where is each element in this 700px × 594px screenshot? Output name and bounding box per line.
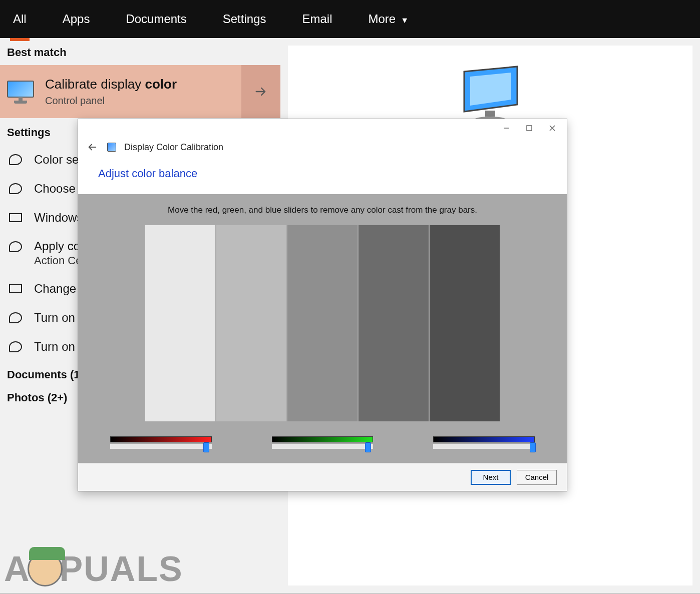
close-button[interactable] <box>541 121 564 136</box>
best-match-main[interactable]: Calibrate display color Control panel <box>0 65 241 118</box>
cancel-button[interactable]: Cancel <box>517 470 557 485</box>
blue-gradient-icon <box>433 436 535 442</box>
dialog-step-heading: Adjust color balance <box>78 160 567 194</box>
tab-email[interactable]: Email <box>299 3 335 35</box>
blue-slider[interactable] <box>433 436 535 449</box>
gray-bar-1 <box>145 225 215 421</box>
back-button[interactable] <box>85 140 99 154</box>
green-slider-track[interactable] <box>272 444 374 449</box>
green-gradient-icon <box>272 436 374 442</box>
best-match-header: Best match <box>0 38 280 65</box>
instruction-text: Move the red, green, and blue sliders to… <box>90 205 555 215</box>
green-slider[interactable] <box>272 436 374 449</box>
svg-rect-5 <box>527 126 532 131</box>
rgb-sliders <box>90 421 555 454</box>
tab-documents[interactable]: Documents <box>123 3 189 35</box>
display-icon <box>8 281 23 296</box>
monitor-large-icon <box>455 66 525 126</box>
dialog-titlebar <box>78 119 567 137</box>
search-filter-tabs: All Apps Documents Settings Email More <box>0 0 700 38</box>
palette-icon <box>8 339 23 354</box>
chevron-down-icon <box>401 12 409 26</box>
green-slider-thumb[interactable] <box>365 442 371 452</box>
gray-bar-5 <box>430 225 500 421</box>
gray-bars <box>90 225 555 421</box>
tab-apps[interactable]: Apps <box>60 3 93 35</box>
color-calibration-dialog: Display Color Calibration Adjust color b… <box>78 119 567 491</box>
dialog-footer: Next Cancel <box>78 463 567 491</box>
tab-settings[interactable]: Settings <box>220 3 269 35</box>
dialog-title: Display Color Calibration <box>124 142 223 153</box>
blue-slider-thumb[interactable] <box>530 442 536 452</box>
red-slider[interactable] <box>110 436 212 449</box>
best-match-item: Calibrate display color Control panel <box>0 65 280 118</box>
minimize-button[interactable] <box>495 121 518 136</box>
dialog-header-row: Display Color Calibration <box>78 137 567 160</box>
gray-bar-4 <box>359 225 429 421</box>
monitor-icon <box>7 81 34 103</box>
arrow-right-icon <box>254 85 268 99</box>
red-gradient-icon <box>110 436 212 442</box>
maximize-button[interactable] <box>518 121 541 136</box>
best-match-subtitle: Control panel <box>45 95 177 107</box>
red-slider-thumb[interactable] <box>203 442 209 452</box>
gray-bar-2 <box>216 225 286 421</box>
tab-more-label: More <box>369 12 396 26</box>
palette-icon <box>8 310 23 325</box>
blue-slider-track[interactable] <box>433 444 535 449</box>
minimize-icon <box>503 125 510 132</box>
display-icon <box>8 210 23 225</box>
best-match-expand-button[interactable] <box>241 65 280 118</box>
palette-icon <box>8 239 23 254</box>
palette-icon <box>8 152 23 167</box>
best-match-title: Calibrate display color <box>45 77 177 92</box>
close-icon <box>549 125 556 132</box>
gray-bar-3 <box>287 225 358 421</box>
calibration-app-icon <box>107 143 116 152</box>
tab-all[interactable]: All <box>10 3 30 35</box>
svg-rect-2 <box>485 111 495 117</box>
arrow-left-icon <box>87 142 98 153</box>
maximize-icon <box>526 125 533 132</box>
next-button[interactable]: Next <box>471 470 511 485</box>
red-slider-track[interactable] <box>110 444 212 449</box>
calibration-panel: Move the red, green, and blue sliders to… <box>78 194 567 463</box>
tab-more[interactable]: More <box>366 3 412 35</box>
palette-icon <box>8 181 23 196</box>
best-match-text: Calibrate display color Control panel <box>45 77 177 107</box>
